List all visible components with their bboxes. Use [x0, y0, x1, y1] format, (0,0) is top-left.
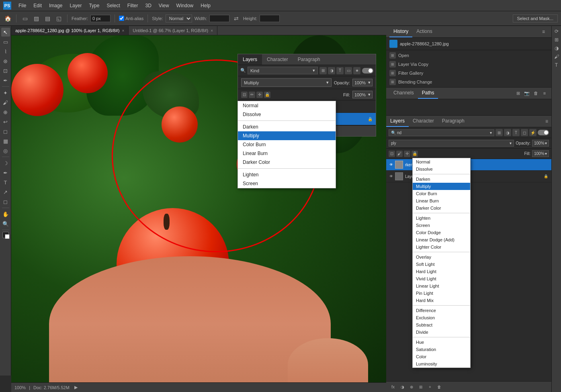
menu-image[interactable]: Image	[46, 2, 66, 9]
move-tool[interactable]: ↖	[1, 28, 10, 37]
bd2-overlay[interactable]: Overlay	[413, 253, 470, 261]
char-icon-strip[interactable]: T	[553, 61, 560, 69]
bd2-screen[interactable]: Screen	[413, 222, 470, 229]
blend-color-burn[interactable]: Color Burn	[238, 140, 336, 149]
blend-screen[interactable]: Screen	[238, 179, 336, 188]
shape-tool[interactable]: ◻	[1, 197, 10, 206]
close-tab-1[interactable]: ×	[122, 29, 124, 33]
blend-dissolve[interactable]: Dissolve	[238, 110, 336, 119]
eyedropper-tool[interactable]: ✒	[1, 76, 10, 85]
gradient-tool[interactable]: ▦	[1, 137, 10, 145]
bd2-normal[interactable]: Normal	[413, 158, 470, 165]
bd2-exclusion[interactable]: Exclusion	[413, 314, 470, 321]
blur-tool[interactable]: ◎	[1, 146, 10, 155]
menu-window[interactable]: Window	[173, 2, 197, 9]
menu-select[interactable]: Select	[103, 2, 123, 9]
zoom-tool[interactable]: 🔍	[1, 219, 10, 228]
lasso-tool[interactable]: ⌇	[1, 47, 10, 56]
fx-button-small[interactable]: fx	[389, 383, 397, 390]
bd2-linear-burn[interactable]: Linear Burn	[413, 197, 470, 204]
menu-filter[interactable]: Filter	[124, 2, 141, 9]
bd2-difference[interactable]: Difference	[413, 307, 470, 314]
dodge-tool[interactable]: ☽	[1, 159, 10, 167]
home-button[interactable]: 🏠	[3, 14, 12, 23]
marquee-rect-tool[interactable]: ▭	[20, 14, 29, 23]
bd2-multiply[interactable]: Multiply	[413, 183, 470, 190]
tab-apple[interactable]: apple-2788662_1280.jpg @ 100% (Layer 1, …	[11, 26, 129, 35]
filter-effect-icon[interactable]: ⚡	[529, 129, 536, 136]
rectangle-select-tool[interactable]: ▭	[1, 37, 10, 46]
brush-icon-strip[interactable]: 🖌	[553, 53, 560, 60]
height-input[interactable]	[260, 15, 280, 22]
add-mask-small[interactable]: ◑	[399, 383, 406, 390]
lock-position-icon[interactable]: ✛	[404, 151, 410, 157]
tab-channels[interactable]: Channels	[389, 88, 418, 99]
history-icon-strip[interactable]: ⟳	[553, 28, 560, 35]
eraser-tool[interactable]: ◻	[1, 127, 10, 136]
adjust-icon-strip[interactable]: ◑	[553, 45, 560, 52]
lock-transparent-icon[interactable]: ⊡	[389, 151, 395, 157]
tab-untitled[interactable]: Untitled-1 @ 66.7% (Layer 1, RGB/8#) ×	[129, 26, 217, 35]
float-filter-px[interactable]: ⊞	[319, 67, 327, 74]
fill-value-small[interactable]: 100% ▾	[532, 150, 549, 157]
float-tab-character[interactable]: Character	[262, 54, 293, 65]
crop-tool[interactable]: ⊡	[1, 66, 10, 75]
close-tab-2[interactable]: ×	[211, 29, 213, 33]
menu-help[interactable]: Help	[197, 2, 214, 9]
pen-tool[interactable]: ✒	[1, 168, 10, 177]
float-filter-type[interactable]: T	[336, 67, 344, 74]
blend-linear-burn[interactable]: Linear Burn	[238, 149, 336, 158]
layers-icon-strip[interactable]: ⊞	[553, 36, 560, 43]
bd2-darken[interactable]: Darken	[413, 176, 470, 183]
filter-pixel-icon[interactable]: ⊞	[495, 129, 503, 136]
float-tab-layers[interactable]: Layers	[238, 54, 262, 65]
status-arrow[interactable]: ▶	[74, 385, 78, 390]
float-fill-value[interactable]: 100% ▾	[352, 91, 373, 98]
blend-darken[interactable]: Darken	[238, 122, 336, 131]
filter-shape-icon[interactable]: ◻	[521, 129, 528, 136]
bd2-saturation[interactable]: Saturation	[413, 346, 470, 353]
quick-select-tool[interactable]: ⊛	[1, 57, 10, 65]
brush-tool[interactable]: 🖌	[1, 98, 10, 107]
width-input[interactable]	[209, 15, 229, 22]
bd2-luminosity[interactable]: Luminosity	[413, 360, 470, 368]
blend-darker-color[interactable]: Darker Color	[238, 158, 336, 167]
bd2-hard-light[interactable]: Hard Light	[413, 268, 470, 275]
history-item-layer-copy[interactable]: ⊞ Layer Via Copy	[386, 60, 551, 69]
bd2-color[interactable]: Color	[413, 353, 470, 360]
layers-panel-menu[interactable]: ≡	[542, 117, 551, 126]
hand-tool[interactable]: ✋	[1, 210, 10, 218]
tab-paths[interactable]: Paths	[418, 88, 438, 99]
history-item-blending[interactable]: ⊞ Blending Change	[386, 78, 551, 86]
blend-normal[interactable]: Normal	[238, 101, 336, 110]
tab-layers[interactable]: Layers	[386, 116, 409, 127]
marquee-feather[interactable]: ◱	[54, 14, 63, 23]
float-tab-paragraph[interactable]: Paragraph	[293, 54, 325, 65]
float-lock-image[interactable]: ✏	[249, 92, 255, 98]
filter-type-icon[interactable]: T	[512, 129, 520, 136]
menu-3d[interactable]: 3D	[142, 2, 154, 9]
adj-layer-small[interactable]: ⊕	[408, 383, 415, 390]
spot-healing-tool[interactable]: ✦	[1, 88, 10, 97]
float-filter-adj[interactable]: ◑	[328, 67, 335, 74]
blend-mode-select-small[interactable]: ply ▾	[389, 140, 514, 147]
bd2-dissolve[interactable]: Dissolve	[413, 165, 470, 173]
bd2-color-dodge[interactable]: Color Dodge	[413, 229, 470, 236]
layer-eye-darken[interactable]: 👁	[389, 163, 393, 167]
channels-menu-icon[interactable]: ≡	[541, 90, 548, 97]
feather-input[interactable]	[90, 15, 111, 22]
menu-edit[interactable]: Edit	[30, 2, 45, 9]
blend-multiply[interactable]: Multiply	[238, 131, 336, 140]
foreground-color[interactable]	[2, 232, 9, 238]
tab-history[interactable]: History	[389, 26, 412, 37]
bd2-color-burn[interactable]: Color Burn	[413, 190, 470, 197]
float-filter-smart[interactable]: ★	[353, 67, 360, 74]
filter-adj-icon[interactable]: ◑	[504, 129, 511, 136]
history-panel-menu[interactable]: ≡	[539, 27, 548, 36]
clone-stamp-tool[interactable]: ⊕	[1, 108, 10, 116]
float-lock-move[interactable]: ✛	[256, 92, 263, 98]
float-kind-select[interactable]: Kind ▾	[248, 67, 318, 74]
layer-eye-1[interactable]: 👁	[389, 174, 393, 178]
menu-view[interactable]: View	[156, 2, 172, 9]
kind-filter-button[interactable]: 🔍 nd ▾	[389, 129, 494, 136]
